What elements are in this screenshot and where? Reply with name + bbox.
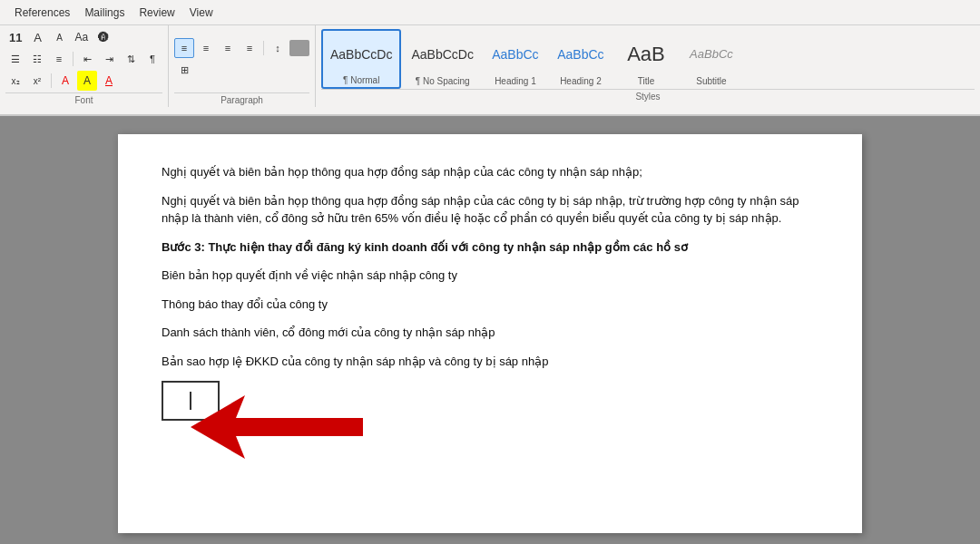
font-group-label: Font — [5, 92, 162, 107]
font-color-highlight[interactable]: A — [55, 71, 75, 91]
align-right[interactable]: ≡ — [218, 38, 238, 58]
text-cursor — [190, 392, 191, 410]
paragraph-3: Bước 3: Thực hiện thay đổi đăng ký kinh … — [162, 238, 818, 257]
font-color[interactable]: A — [99, 71, 119, 91]
paragraph-group-label: Paragraph — [174, 92, 309, 107]
separator1 — [73, 52, 74, 66]
numbered-list[interactable]: ☷ — [27, 49, 47, 69]
style-heading1-label: Heading 1 — [495, 76, 536, 86]
line-spacing[interactable]: ↕ — [268, 38, 288, 58]
border-btn[interactable]: ⊞ — [174, 60, 194, 80]
style-no-spacing-preview: AaBbCcDc — [411, 34, 473, 74]
style-subtitle-preview: AaBbCc — [688, 34, 735, 74]
paragraph-7: Bản sao hợp lệ ĐKKD của công ty nhận sáp… — [162, 353, 818, 371]
document-page[interactable]: Nghị quyết và biên bản họp thông qua hợp… — [118, 134, 862, 533]
bullet-list[interactable]: ☰ — [5, 49, 25, 69]
sort[interactable]: ⇅ — [121, 49, 141, 69]
paragraph-group: ≡ ≡ ≡ ≡ ↕ ⊞ Paragraph — [169, 25, 316, 107]
menu-view[interactable]: View — [182, 4, 220, 22]
paragraph-5: Thông báo thay đổi của công ty — [162, 296, 818, 314]
styles-group-label: Styles — [321, 89, 975, 103]
text-highlight[interactable]: A — [77, 71, 97, 91]
style-normal-label: ¶ Normal — [343, 75, 379, 85]
separator2 — [51, 73, 52, 88]
align-center[interactable]: ≡ — [196, 38, 216, 58]
style-heading2[interactable]: AaBbCc Heading 2 — [549, 29, 612, 89]
style-subtitle-text: AaBbCc — [690, 47, 733, 61]
clear-format[interactable]: 🅐 — [93, 27, 113, 47]
style-title-text: AaB — [627, 43, 665, 66]
style-normal-text: AaBbCcDc — [330, 47, 392, 62]
style-heading2-text: AaBbCc — [557, 47, 603, 62]
style-title-label: Title — [638, 76, 655, 86]
style-heading1[interactable]: AaBbCc Heading 1 — [484, 29, 547, 89]
increase-indent[interactable]: ⇥ — [99, 49, 119, 69]
paragraph-6: Danh sách thành viên, cổ đông mới của cô… — [162, 324, 818, 342]
menu-references[interactable]: References — [7, 4, 77, 22]
style-normal[interactable]: AaBbCcDc ¶ Normal — [321, 29, 401, 89]
show-paragraph[interactable]: ¶ — [142, 49, 162, 69]
font-group: 11 A A Aa 🅐 ☰ ☷ ≡ ⇤ ⇥ ⇅ ¶ — [0, 25, 169, 107]
superscript[interactable]: x² — [27, 71, 47, 91]
style-subtitle-label: Subtitle — [696, 76, 726, 86]
font-size-decrease[interactable]: A — [49, 27, 69, 47]
ribbon: 11 A A Aa 🅐 ☰ ☷ ≡ ⇤ ⇥ ⇅ ¶ — [0, 25, 980, 116]
styles-gallery: AaBbCcDc ¶ Normal AaBbCcDc ¶ No Spacing … — [321, 29, 975, 89]
menu-review[interactable]: Review — [132, 4, 181, 22]
sep3 — [263, 41, 264, 55]
style-title[interactable]: AaB Title — [614, 29, 678, 89]
font-size-increase[interactable]: A — [27, 27, 47, 47]
style-no-spacing-label: ¶ No Spacing — [416, 76, 470, 86]
subscript[interactable]: x₂ — [5, 71, 25, 91]
shading[interactable] — [289, 40, 309, 56]
style-no-spacing-text: AaBbCcDc — [411, 47, 473, 62]
document-area: Nghị quyết và biên bản họp thông qua hợp… — [0, 116, 980, 544]
menu-bar: References Mailings Review View — [0, 0, 980, 25]
style-no-spacing[interactable]: AaBbCcDc ¶ No Spacing — [403, 29, 481, 89]
style-heading2-label: Heading 2 — [560, 76, 602, 86]
cursor-box — [162, 381, 220, 421]
font-aa[interactable]: Aa — [71, 27, 92, 47]
style-heading1-text: AaBbCc — [492, 47, 538, 62]
justify[interactable]: ≡ — [240, 38, 260, 58]
style-subtitle[interactable]: AaBbCc Subtitle — [680, 29, 743, 89]
paragraph-1: Nghị quyết và biên bản họp thông qua hợp… — [162, 163, 818, 181]
styles-group: AaBbCcDc ¶ Normal AaBbCcDc ¶ No Spacing … — [316, 25, 980, 107]
style-heading2-preview: AaBbCc — [557, 34, 604, 74]
decrease-indent[interactable]: ⇤ — [77, 49, 97, 69]
style-heading1-preview: AaBbCc — [492, 34, 539, 74]
multilevel-list[interactable]: ≡ — [49, 49, 69, 69]
style-normal-preview: AaBbCcDc — [330, 34, 392, 73]
paragraph-2: Nghị quyết và biên bản họp thông qua hợp… — [162, 192, 818, 228]
paragraph-4: Biên bản họp quyết định về việc nhận sáp… — [162, 267, 818, 285]
align-left[interactable]: ≡ — [174, 38, 194, 58]
style-title-preview: AaB — [622, 34, 670, 74]
font-size-display[interactable]: 11 — [5, 27, 25, 47]
menu-mailings[interactable]: Mailings — [77, 4, 132, 22]
